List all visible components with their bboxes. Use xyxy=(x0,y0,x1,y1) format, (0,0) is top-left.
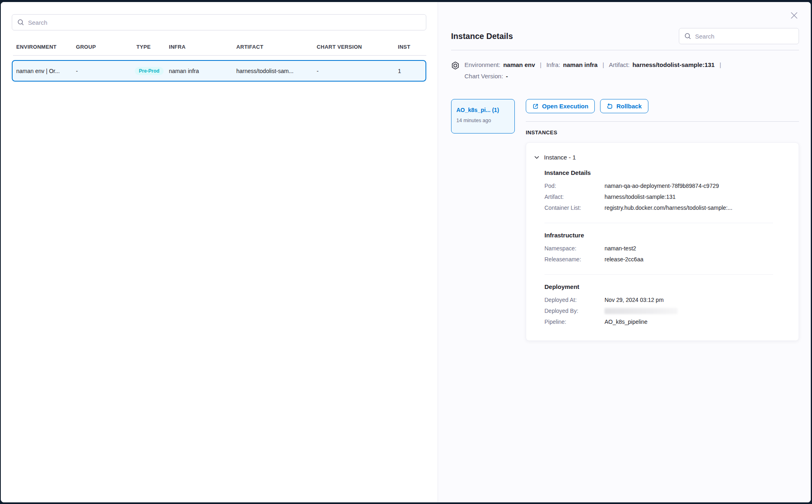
column-header-infra: INFRA xyxy=(169,44,236,50)
search-icon xyxy=(17,19,24,26)
column-header-chart-version: CHART VERSION xyxy=(317,44,398,50)
service-instances-modal: ENVIRONMENT GROUP TYPE INFRA ARTIFACT CH… xyxy=(1,2,811,502)
instance-accordion-toggle[interactable]: Instance - 1 xyxy=(533,154,790,161)
detail-row-deployed-at: Deployed At: Nov 29, 2024 03:12 pm xyxy=(544,295,790,306)
column-header-artifact: ARTIFACT xyxy=(236,44,317,50)
separator: | xyxy=(540,61,542,68)
open-execution-label: Open Execution xyxy=(542,103,588,110)
cell-chart-version: - xyxy=(317,68,398,74)
section-deployment: Deployment Deployed At: Nov 29, 2024 03:… xyxy=(544,275,790,327)
infra-value: naman infra xyxy=(563,61,598,68)
environments-list-pane: ENVIRONMENT GROUP TYPE INFRA ARTIFACT CH… xyxy=(1,2,438,502)
rollback-label: Rollback xyxy=(616,103,642,110)
summary-text: Environment:naman env|Infra:naman infra|… xyxy=(464,59,726,82)
rollback-button[interactable]: Rollback xyxy=(600,99,648,113)
cell-group: - xyxy=(76,68,136,74)
column-header-group: GROUP xyxy=(76,44,136,50)
cell-environment: naman env | Or... xyxy=(16,68,76,74)
page-title: Instance Details xyxy=(451,32,513,41)
search-icon xyxy=(684,32,691,40)
cell-infra: naman infra xyxy=(169,68,236,74)
detail-row-pod: Pod: naman-qa-ao-deployment-78f9b89874-c… xyxy=(544,181,790,192)
section-title: Infrastructure xyxy=(544,232,790,239)
environment-label: Environment: xyxy=(464,61,500,68)
detail-row-namespace: Namespace: naman-test2 xyxy=(544,243,790,254)
environments-search-input[interactable] xyxy=(28,19,421,26)
environments-search xyxy=(12,14,426,30)
column-header-type: TYPE xyxy=(136,44,169,50)
detail-row-deployed-by: Deployed By: xyxy=(544,306,790,317)
column-header-environment: ENVIRONMENT xyxy=(16,44,76,50)
section-title: Instance Details xyxy=(544,169,790,176)
chart-version-value: - xyxy=(506,73,508,80)
environment-icon xyxy=(451,61,460,70)
execution-details-column: Open Execution Rollback INSTANCES xyxy=(526,99,799,357)
instances-search xyxy=(679,28,799,44)
external-link-icon xyxy=(532,103,539,110)
column-header-inst: INST xyxy=(398,44,426,50)
table-header-divider xyxy=(13,55,426,56)
instance-card: Instance - 1 Instance Details Pod: naman… xyxy=(526,142,799,341)
section-title: Deployment xyxy=(544,283,790,290)
artifact-value: harness/todolist-sample:131 xyxy=(633,61,715,68)
detail-row-releasename: Releasename: release-2cc6aa xyxy=(544,254,790,265)
instance-details-panel: Instance Details Environment:naman env|I… xyxy=(438,2,811,502)
close-icon[interactable] xyxy=(789,10,799,21)
execution-card[interactable]: AO_k8s_pi... (1) 14 minutes ago xyxy=(451,99,515,134)
chart-version-label: Chart Version: xyxy=(464,73,503,80)
separator: | xyxy=(719,61,721,68)
deployed-by-redacted-value xyxy=(605,308,678,314)
chevron-down-icon xyxy=(533,154,540,161)
execution-name: AO_k8s_pi... (1) xyxy=(456,107,510,113)
pre-prod-badge: Pre-Prod xyxy=(135,67,164,75)
environment-table-row-selected[interactable]: naman env | Or... - Pre-Prod naman infra… xyxy=(12,60,426,82)
execution-time: 14 minutes ago xyxy=(456,118,510,123)
separator: | xyxy=(603,61,604,68)
instances-heading: INSTANCES xyxy=(526,129,799,136)
detail-row-artifact: Artifact: harness/todolist-sample:131 xyxy=(544,192,790,202)
rollback-icon xyxy=(607,103,613,110)
panel-content: AO_k8s_pi... (1) 14 minutes ago Open Exe… xyxy=(451,99,799,357)
detail-row-pipeline: Pipeline: AO_k8s_pipeline xyxy=(544,317,790,327)
artifact-label: Artifact: xyxy=(609,61,630,68)
instance-sections: Instance Details Pod: naman-qa-ao-deploy… xyxy=(533,161,790,327)
action-buttons: Open Execution Rollback xyxy=(526,99,799,113)
cell-inst-count: 1 xyxy=(398,68,425,74)
cell-artifact: harness/todolist-sam... xyxy=(236,68,317,74)
cell-type: Pre-Prod xyxy=(135,67,169,75)
section-instance-details: Instance Details Pod: naman-qa-ao-deploy… xyxy=(544,161,790,213)
instance-title: Instance - 1 xyxy=(544,154,576,161)
buttons-divider xyxy=(526,121,799,122)
instances-search-input[interactable] xyxy=(695,33,794,40)
section-infrastructure: Infrastructure Namespace: naman-test2 Re… xyxy=(544,223,790,265)
deployment-summary: Environment:naman env|Infra:naman infra|… xyxy=(451,59,799,82)
open-execution-button[interactable]: Open Execution xyxy=(526,99,595,113)
table-header: ENVIRONMENT GROUP TYPE INFRA ARTIFACT CH… xyxy=(16,44,426,55)
panel-header: Instance Details xyxy=(451,28,799,44)
infra-label: Infra: xyxy=(546,61,560,68)
panel-header-divider xyxy=(451,50,799,50)
detail-row-container-list: Container List: registry.hub.docker.com/… xyxy=(544,202,790,213)
environment-value: naman env xyxy=(503,61,535,68)
